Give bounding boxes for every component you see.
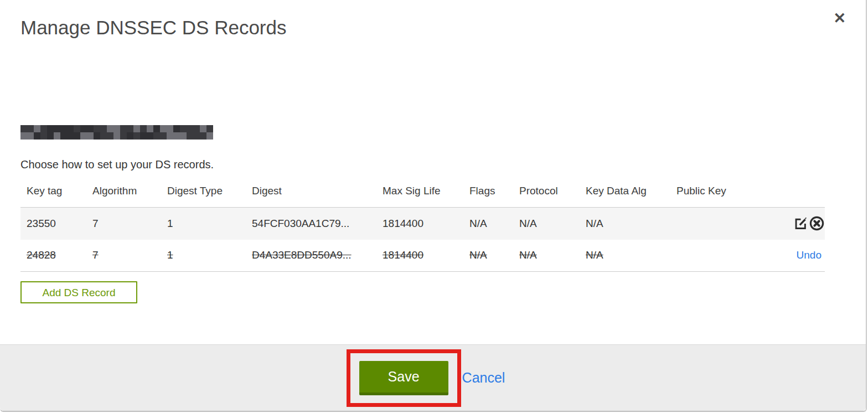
col-header-key-tag: Key tag [20, 178, 92, 208]
delete-icon [809, 215, 825, 231]
cell-protocol: N/A [519, 240, 586, 272]
cell-max-sig-life: 1814400 [383, 240, 469, 272]
edit-record-button[interactable] [793, 216, 808, 231]
cell-actions: Undo [748, 240, 825, 272]
cell-key-tag: 23550 [20, 208, 92, 240]
col-header-public-key: Public Key [676, 178, 748, 208]
close-icon: ✕ [833, 10, 846, 27]
undo-link[interactable]: Undo [797, 249, 825, 261]
cell-key-data-alg: N/A [586, 208, 676, 240]
footer-actions: Save Cancel [347, 349, 505, 407]
col-header-protocol: Protocol [519, 178, 586, 208]
col-header-algorithm: Algorithm [92, 178, 167, 208]
cell-digest: D4A33E8DD550A9... [252, 240, 383, 272]
close-button[interactable]: ✕ [833, 11, 846, 26]
cell-max-sig-life: 1814400 [383, 208, 469, 240]
edit-icon [793, 216, 808, 231]
cell-actions [748, 208, 825, 240]
col-header-key-data-alg: Key Data Alg [586, 178, 676, 208]
cell-digest-type: 1 [167, 240, 252, 272]
cell-public-key [676, 240, 748, 272]
add-ds-record-button[interactable]: Add DS Record [20, 281, 137, 303]
table-row: 23550 7 1 54FCF030AA1C79... 1814400 N/A … [20, 208, 825, 240]
col-header-actions [748, 178, 825, 208]
save-button[interactable]: Save [359, 361, 448, 395]
col-header-digest-type: Digest Type [167, 178, 252, 208]
dnssec-modal: Manage DNSSEC DS Records ✕ Choose how to… [0, 0, 867, 412]
ds-records-table: Key tag Algorithm Digest Type Digest Max… [20, 178, 825, 272]
cell-digest: 54FCF030AA1C79... [252, 208, 383, 240]
cell-key-data-alg: N/A [586, 240, 676, 272]
table-header-row: Key tag Algorithm Digest Type Digest Max… [20, 178, 825, 208]
col-header-flags: Flags [469, 178, 519, 208]
modal-footer: Save Cancel [0, 344, 866, 411]
cell-digest-type: 1 [167, 208, 252, 240]
cell-algorithm: 7 [92, 240, 167, 272]
cell-protocol: N/A [519, 208, 586, 240]
cell-public-key [676, 208, 748, 240]
cell-flags: N/A [469, 240, 519, 272]
annotation-highlight: Save [347, 349, 461, 407]
instruction-text: Choose how to set up your DS records. [20, 158, 866, 171]
cell-algorithm: 7 [92, 208, 167, 240]
redacted-domain [20, 125, 213, 140]
cell-key-tag: 24828 [20, 240, 92, 272]
col-header-max-sig-life: Max Sig Life [383, 178, 469, 208]
page-title: Manage DNSSEC DS Records [20, 17, 866, 39]
cancel-link[interactable]: Cancel [462, 370, 505, 386]
table-row-deleted: 24828 7 1 D4A33E8DD550A9... 1814400 N/A … [20, 240, 825, 272]
col-header-digest: Digest [252, 178, 383, 208]
modal-body: Manage DNSSEC DS Records ✕ Choose how to… [0, 0, 866, 344]
delete-record-button[interactable] [809, 215, 825, 231]
cell-flags: N/A [469, 208, 519, 240]
